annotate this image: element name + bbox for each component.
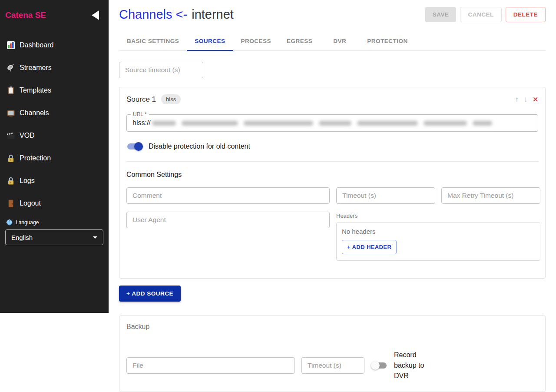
backup-file-input[interactable] [126, 357, 295, 374]
common-settings-left-column [126, 187, 330, 261]
tab-bar: BASIC SETTINGS SOURCES PROCESS EGRESS DV… [119, 32, 546, 51]
headers-box: No headers + ADD HEADER [336, 222, 540, 261]
source-timeout-input[interactable] [119, 62, 203, 78]
sidebar-item-label: Protection [20, 154, 51, 162]
lock-icon [6, 154, 16, 163]
tab-egress[interactable]: EGRESS [279, 32, 320, 51]
sidebar-item-label: Logs [20, 177, 35, 185]
language-select[interactable]: English [5, 229, 103, 245]
source-title: Source 1 [126, 95, 156, 104]
sidebar-item-logs[interactable]: Logs [0, 169, 109, 192]
delete-button[interactable]: DELETE [506, 7, 546, 22]
sidebar-item-logout[interactable]: Logout [0, 192, 109, 215]
move-down-icon[interactable]: ↓ [524, 95, 528, 104]
timeout-inputs-row [336, 187, 540, 204]
source-card-header: Source 1 hlss ↑ ↓ ✕ [126, 94, 538, 104]
tv-icon [6, 109, 16, 117]
chevron-down-icon [93, 236, 97, 239]
redacted-url-blur [152, 121, 492, 126]
sidebar-item-label: Templates [20, 86, 51, 94]
tab-dvr[interactable]: DVR [320, 32, 359, 51]
sidebar-item-vod[interactable]: VOD [0, 124, 109, 147]
source-type-badge: hlss [161, 94, 181, 104]
record-backup-toggle[interactable] [371, 361, 387, 370]
url-field-label: URL * [131, 111, 149, 117]
protection-toggle-row: Disable protection for old content [126, 142, 538, 151]
tab-sources[interactable]: SOURCES [187, 32, 233, 51]
lock-icon [6, 176, 16, 185]
save-button[interactable]: SAVE [425, 7, 457, 22]
language-label: Language [16, 219, 39, 226]
timeout-input[interactable] [336, 187, 435, 204]
backup-timeout-input[interactable] [301, 357, 364, 374]
common-settings-right-column: Headers No headers + ADD HEADER [336, 187, 540, 261]
cancel-button[interactable]: CANCEL [460, 7, 501, 22]
move-up-icon[interactable]: ↑ [515, 95, 519, 104]
sidebar-item-templates[interactable]: Templates [0, 79, 109, 102]
add-header-button[interactable]: + ADD HEADER [342, 240, 397, 254]
sidebar-item-label: Channels [20, 109, 49, 117]
user-agent-input[interactable] [126, 212, 330, 228]
tab-process[interactable]: PROCESS [233, 32, 279, 51]
clipboard-icon [6, 86, 16, 95]
sidebar-header: Catena SE [0, 0, 109, 20]
sidebar-item-protection[interactable]: Protection [0, 147, 109, 169]
toggle-thumb [134, 142, 143, 151]
disable-protection-toggle[interactable] [126, 142, 143, 151]
page-title: Channels <- internet [119, 7, 234, 22]
common-settings-heading: Common Settings [126, 171, 538, 179]
sidebar-item-label: Logout [20, 199, 41, 207]
section-divider [126, 161, 538, 162]
no-headers-text: No headers [342, 228, 535, 235]
backup-heading: Backup [126, 323, 538, 331]
sidebar-item-label: VOD [20, 132, 35, 140]
left-triangle-icon [92, 10, 99, 20]
remove-source-icon[interactable]: ✕ [533, 96, 538, 103]
backup-card: Backup Record backup to DVR [119, 316, 546, 392]
record-backup-label: Record backup to DVR [394, 350, 432, 381]
add-source-button[interactable]: + ADD SOURCE [119, 286, 181, 302]
sidebar-collapse-button[interactable] [92, 10, 99, 20]
brand-logo: Catena SE [5, 10, 46, 20]
comment-input[interactable] [126, 187, 330, 204]
max-retry-timeout-input[interactable] [441, 187, 540, 204]
sidebar-item-channels[interactable]: Channels [0, 102, 109, 124]
sidebar-nav: Dashboard Streamers Templates Channels V… [0, 34, 109, 215]
sidebar-item-label: Dashboard [20, 41, 53, 49]
source-card: Source 1 hlss ↑ ↓ ✕ URL * hlss:// [119, 87, 546, 279]
sidebar: Catena SE Dashboard Streamers Templates [0, 0, 109, 313]
tab-protection[interactable]: PROTECTION [359, 32, 416, 51]
sidebar-item-dashboard[interactable]: Dashboard [0, 34, 109, 56]
bar-chart-icon [6, 41, 16, 50]
clapper-icon [6, 131, 16, 140]
protection-toggle-label: Disable protection for old content [149, 143, 250, 150]
satellite-icon [6, 63, 16, 72]
channel-name: internet [192, 7, 234, 22]
headers-label: Headers [336, 213, 540, 219]
language-label-row: Language [0, 219, 109, 226]
sources-tab-content: Source 1 hlss ↑ ↓ ✕ URL * hlss:// [119, 51, 546, 392]
backup-row: Record backup to DVR [126, 350, 538, 381]
door-icon [6, 199, 16, 208]
common-settings-grid: Headers No headers + ADD HEADER [126, 187, 538, 261]
language-selected-value: English [11, 234, 33, 241]
page-header: Channels <- internet SAVE CANCEL DELETE [119, 7, 546, 22]
url-field-value: hlss:// [132, 119, 151, 127]
sidebar-item-streamers[interactable]: Streamers [0, 56, 109, 79]
globe-icon [6, 219, 13, 226]
tab-basic-settings[interactable]: BASIC SETTINGS [119, 32, 187, 51]
toggle-thumb [371, 361, 380, 370]
main-content: Channels <- internet SAVE CANCEL DELETE … [109, 0, 556, 392]
url-field[interactable]: URL * hlss:// [126, 114, 538, 132]
breadcrumb-channels-link[interactable]: Channels <- [119, 7, 187, 22]
source-controls: ↑ ↓ ✕ [515, 95, 538, 104]
header-actions: SAVE CANCEL DELETE [425, 7, 546, 22]
sidebar-item-label: Streamers [20, 64, 52, 72]
